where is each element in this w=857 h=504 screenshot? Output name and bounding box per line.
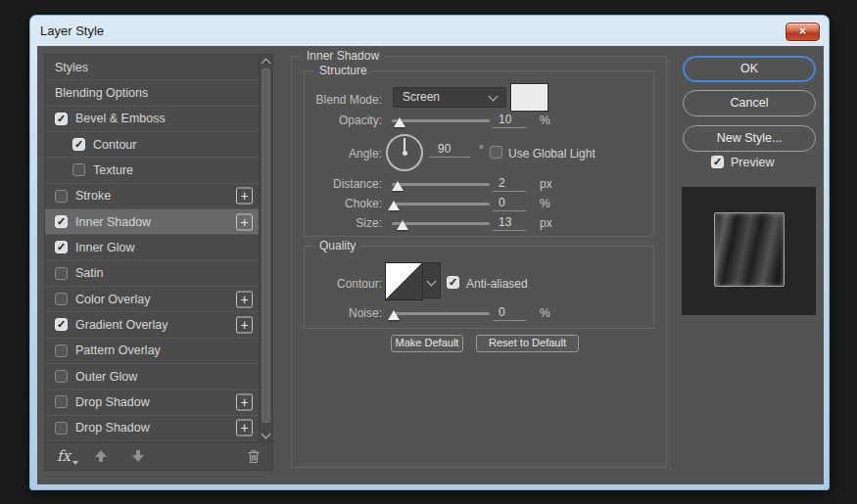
sidebar-item-color-overlay[interactable]: Color Overlay+ xyxy=(45,287,272,312)
noise-unit: % xyxy=(540,306,550,320)
sidebar-item-label: Blending Options xyxy=(55,86,148,100)
sidebar-item-label: Inner Glow xyxy=(75,241,134,254)
style-checkbox[interactable] xyxy=(55,190,68,203)
sidebar-item-gradient-overlay[interactable]: ✓Gradient Overlay+ xyxy=(45,312,272,338)
add-effect-button[interactable]: + xyxy=(236,213,253,230)
scroll-up-icon[interactable] xyxy=(262,59,271,69)
cancel-button[interactable]: Cancel xyxy=(683,90,816,116)
shadow-color-swatch[interactable] xyxy=(511,84,548,111)
slider-thumb[interactable] xyxy=(388,310,400,320)
sidebar-item-styles[interactable]: Styles xyxy=(45,55,272,80)
blend-mode-select[interactable]: Screen xyxy=(393,87,506,108)
size-value[interactable]: 13 xyxy=(493,215,526,231)
anti-aliased-checkbox[interactable]: ✓ xyxy=(447,276,459,289)
choke-slider[interactable] xyxy=(392,194,490,213)
noise-value[interactable]: 0 xyxy=(493,305,526,321)
slider-track xyxy=(392,312,490,315)
angle-value[interactable]: 90 xyxy=(429,142,470,158)
panel-title: Inner Shadow xyxy=(302,49,384,63)
sidebar-item-satin[interactable]: Satin xyxy=(45,261,272,287)
opacity-value[interactable]: 10 xyxy=(493,113,526,128)
close-icon: × xyxy=(799,24,806,38)
distance-row: Distance: 2 px xyxy=(305,174,653,194)
sidebar-item-contour[interactable]: ✓Contour xyxy=(45,132,272,158)
sidebar-item-inner-shadow[interactable]: ✓Inner Shadow+ xyxy=(45,209,272,235)
ok-button[interactable]: OK xyxy=(683,56,816,82)
angle-dial[interactable] xyxy=(386,134,423,171)
scroll-down-icon[interactable] xyxy=(262,430,271,439)
close-button[interactable]: × xyxy=(786,23,820,41)
style-checkbox[interactable]: ✓ xyxy=(55,113,68,125)
sidebar-item-bevel-emboss[interactable]: ✓Bevel & Emboss xyxy=(45,107,272,132)
add-effect-button[interactable]: + xyxy=(236,420,253,436)
opacity-label: Opacity: xyxy=(305,114,382,127)
sidebar-item-drop-shadow[interactable]: Drop Shadow+ xyxy=(45,389,272,415)
style-checkbox[interactable] xyxy=(55,267,68,280)
fx-menu-button[interactable]: fx xyxy=(57,449,71,464)
sidebar-item-inner-glow[interactable]: ✓Inner Glow xyxy=(45,235,272,260)
style-checkbox[interactable] xyxy=(72,163,85,176)
preview-checkbox[interactable]: ✓ xyxy=(711,156,724,168)
make-default-button[interactable]: Make Default xyxy=(391,335,463,352)
slider-thumb[interactable] xyxy=(392,181,404,191)
style-checkbox[interactable] xyxy=(55,370,68,383)
style-checkbox[interactable]: ✓ xyxy=(55,215,68,228)
distance-value[interactable]: 2 xyxy=(493,176,526,192)
sidebar-item-stroke[interactable]: Stroke+ xyxy=(45,184,272,209)
sidebar-item-texture[interactable]: Texture xyxy=(45,158,272,183)
style-checkbox[interactable]: ✓ xyxy=(55,318,68,331)
sidebar-item-label: Pattern Overlay xyxy=(75,344,161,357)
sidebar-item-label: Gradient Overlay xyxy=(75,318,167,332)
style-checkbox[interactable]: ✓ xyxy=(72,138,85,151)
add-effect-button[interactable]: + xyxy=(236,188,253,205)
chevron-down-icon xyxy=(427,277,437,287)
contour-dropdown-button[interactable] xyxy=(422,262,441,298)
add-effect-button[interactable]: + xyxy=(236,316,253,333)
style-checkbox[interactable] xyxy=(55,293,68,305)
style-checkbox[interactable]: ✓ xyxy=(55,241,68,253)
new-style-button[interactable]: New Style... xyxy=(683,125,816,152)
choke-row: Choke: 0 % xyxy=(305,194,653,213)
noise-slider[interactable] xyxy=(392,303,490,323)
distance-slider[interactable] xyxy=(392,174,490,194)
titlebar[interactable]: Layer Style × xyxy=(30,16,829,46)
preview-swatch xyxy=(714,212,785,287)
contour-picker[interactable] xyxy=(385,262,443,300)
add-effect-button[interactable]: + xyxy=(236,291,253,307)
use-global-light-checkbox[interactable] xyxy=(490,146,502,159)
slider-thumb[interactable] xyxy=(397,220,408,230)
preview-label: Preview xyxy=(731,156,774,169)
move-effect-up-icon[interactable] xyxy=(94,449,108,463)
angle-label: Angle: xyxy=(305,147,382,160)
slider-thumb[interactable] xyxy=(394,117,405,127)
inner-shadow-panel: Inner Shadow Structure Blend Mode: Scree… xyxy=(291,56,667,468)
sidebar-item-label: Styles xyxy=(55,61,88,74)
sidebar-item-label: Color Overlay xyxy=(75,293,150,306)
add-effect-button[interactable]: + xyxy=(236,393,253,410)
reset-to-default-button[interactable]: Reset to Default xyxy=(476,335,579,352)
style-checkbox[interactable] xyxy=(55,395,68,408)
size-slider[interactable] xyxy=(392,213,490,233)
style-checkbox[interactable] xyxy=(55,344,68,357)
contour-label: Contour: xyxy=(305,277,382,291)
style-checkbox[interactable] xyxy=(55,422,68,435)
structure-group-title: Structure xyxy=(314,64,372,77)
sidebar-item-label: Drop Shadow xyxy=(75,395,150,409)
opacity-row: Opacity: 10 % xyxy=(305,111,653,130)
styles-panel: StylesBlending Options✓Bevel & Emboss✓Co… xyxy=(44,54,273,471)
quality-group: Quality Contour: ✓ Anti-aliased Noise: xyxy=(304,246,654,329)
choke-value[interactable]: 0 xyxy=(493,196,526,211)
scrollbar-thumb[interactable] xyxy=(262,69,270,423)
structure-group: Structure Blend Mode: Screen Opacity: 10 xyxy=(304,70,654,237)
sidebar-item-outer-glow[interactable]: Outer Glow xyxy=(45,364,272,389)
sidebar-item-blending-options[interactable]: Blending Options xyxy=(45,80,272,106)
opacity-slider[interactable] xyxy=(392,111,490,130)
scrollbar[interactable] xyxy=(259,55,272,442)
sidebar-item-drop-shadow[interactable]: Drop Shadow+ xyxy=(45,416,272,441)
size-label: Size: xyxy=(305,216,382,230)
sidebar-item-pattern-overlay[interactable]: Pattern Overlay xyxy=(45,339,272,364)
move-effect-down-icon[interactable] xyxy=(131,449,145,463)
slider-thumb[interactable] xyxy=(388,201,400,210)
blend-mode-value: Screen xyxy=(403,90,440,104)
trash-icon[interactable] xyxy=(247,449,261,464)
